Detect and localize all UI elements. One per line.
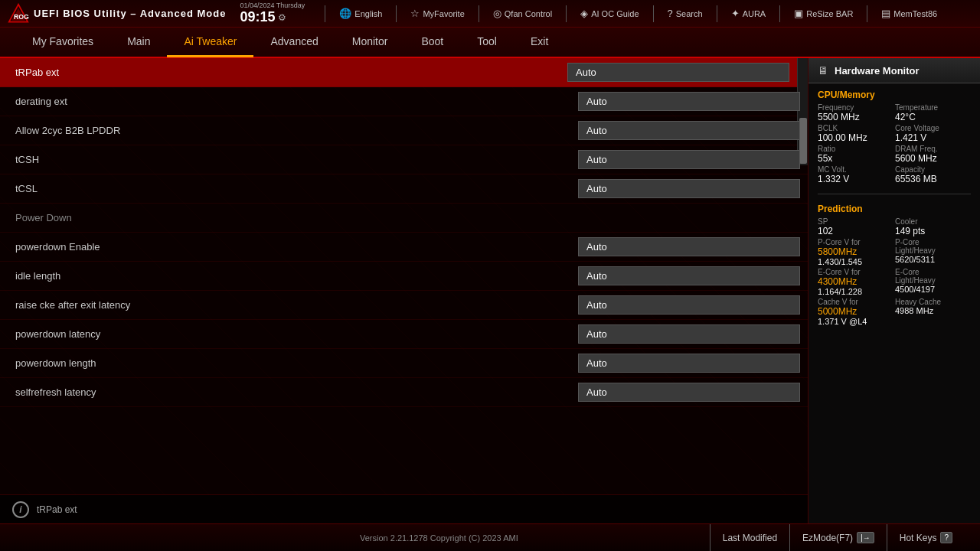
footer-right: Last Modified EzMode(F7) |→ Hot Keys ? bbox=[710, 524, 965, 552]
aioc-menu[interactable]: ◈ AI OC Guide bbox=[576, 6, 643, 21]
value-box-selfrefresh[interactable]: Auto bbox=[578, 383, 800, 402]
table-row[interactable]: powerdown Enable Auto bbox=[0, 233, 808, 262]
hw-item-ecore-v-for: E-Core V for 4300MHz 1.164/1.228 bbox=[818, 268, 893, 296]
nav-main[interactable]: Main bbox=[110, 27, 167, 57]
setting-value-raise-cke: Auto bbox=[578, 295, 808, 315]
settings-gear-icon[interactable]: ⚙ bbox=[278, 12, 286, 23]
nav-bar: My Favorites Main Ai Tweaker Advanced Mo… bbox=[0, 28, 980, 58]
favorite-icon: ☆ bbox=[410, 8, 420, 19]
table-row[interactable]: raise cke after exit latency Auto bbox=[0, 291, 808, 320]
aura-menu[interactable]: ✦ AURA bbox=[727, 6, 771, 21]
setting-label-trpab: tRPab ext bbox=[0, 67, 567, 78]
value-box-raise-cke[interactable]: Auto bbox=[578, 295, 800, 315]
value-box-idle-length[interactable]: Auto bbox=[578, 266, 800, 285]
footer: Version 2.21.1278 Copyright (C) 2023 AMI… bbox=[0, 523, 980, 551]
info-icon: i bbox=[12, 501, 29, 518]
qfan-menu[interactable]: ◎ Qfan Control bbox=[488, 6, 557, 21]
right-panel: 🖥 Hardware Monitor CPU/Memory Frequency … bbox=[808, 58, 980, 523]
time-block: 09:15 ⚙ bbox=[240, 9, 286, 25]
svg-text:ROG: ROG bbox=[14, 13, 29, 21]
time-display: 09:15 bbox=[240, 9, 275, 25]
table-row[interactable]: tCSL Auto bbox=[0, 174, 808, 204]
footer-version: Version 2.21.1278 Copyright (C) 2023 AMI bbox=[360, 533, 518, 543]
table-row[interactable]: Allow 2cyc B2B LPDDR Auto bbox=[0, 116, 808, 145]
left-panel: tRPab ext Auto derating ext Auto bbox=[0, 58, 808, 523]
hw-item-ratio: Ratio 55x bbox=[818, 145, 893, 164]
hw-item-sp: SP 102 bbox=[818, 217, 893, 236]
rog-logo-icon: ROG bbox=[8, 3, 29, 24]
value-box-tcsh[interactable]: Auto bbox=[578, 150, 800, 169]
section-header-powerdown: Power Down bbox=[0, 212, 578, 223]
table-row[interactable]: tRPab ext Auto bbox=[0, 58, 808, 87]
aioc-icon: ◈ bbox=[580, 8, 588, 19]
hw-item-cache-v-for: Cache V for 5000MHz 1.371 V @L4 bbox=[818, 298, 893, 326]
value-box-powerdown-length[interactable]: Auto bbox=[578, 354, 800, 373]
nav-boot[interactable]: Boot bbox=[404, 27, 460, 57]
value-box-powerdown-latency[interactable]: Auto bbox=[578, 324, 800, 344]
nav-aitweaker[interactable]: Ai Tweaker bbox=[167, 27, 253, 57]
hw-item-cooler: Cooler 149 pts bbox=[895, 217, 971, 236]
search-label: Search bbox=[676, 9, 703, 18]
qfan-label: Qfan Control bbox=[505, 9, 552, 18]
table-row[interactable]: powerdown length Auto bbox=[0, 349, 808, 378]
table-row[interactable]: tCSH Auto bbox=[0, 145, 808, 174]
hot-keys-button[interactable]: Hot Keys ? bbox=[887, 524, 965, 552]
nav-exit[interactable]: Exit bbox=[514, 27, 565, 57]
resizebar-icon: ▣ bbox=[794, 8, 803, 19]
value-box-powerdown-enable[interactable]: Auto bbox=[578, 237, 800, 256]
myfavorite-menu[interactable]: ☆ MyFavorite bbox=[406, 6, 469, 21]
setting-label-derating: derating ext bbox=[0, 96, 578, 107]
nav-monitor[interactable]: Monitor bbox=[335, 27, 405, 57]
resizebar-menu[interactable]: ▣ ReSize BAR bbox=[789, 6, 858, 21]
memtest-label: MemTest86 bbox=[893, 9, 937, 18]
hw-divider-1 bbox=[818, 194, 971, 194]
myfavorite-label: MyFavorite bbox=[423, 9, 464, 18]
hot-keys-badge: ? bbox=[940, 532, 952, 543]
hw-section-prediction: Prediction bbox=[808, 197, 980, 217]
hw-item-heavy-cache: Heavy Cache 4988 MHz bbox=[895, 298, 971, 326]
table-row: Power Down bbox=[0, 204, 808, 233]
cpu-memory-grid: Frequency 5500 MHz Temperature 42°C BCLK… bbox=[808, 103, 980, 191]
memtest-menu[interactable]: ▤ MemTest86 bbox=[877, 6, 942, 21]
nav-advanced[interactable]: Advanced bbox=[253, 27, 335, 57]
ezmode-button[interactable]: EzMode(F7) |→ bbox=[789, 524, 887, 552]
search-menu[interactable]: ? Search bbox=[663, 6, 707, 21]
value-box-allow2cyc[interactable]: Auto bbox=[578, 121, 800, 140]
nav-favorites[interactable]: My Favorites bbox=[15, 27, 110, 57]
language-menu[interactable]: 🌐 English bbox=[335, 6, 387, 21]
value-box-trpab[interactable]: Auto bbox=[567, 63, 789, 82]
aura-icon: ✦ bbox=[731, 8, 740, 19]
setting-label-idle-length: idle length bbox=[0, 270, 578, 282]
monitor-icon: 🖥 bbox=[818, 64, 828, 77]
top-bar: ROG UEFI BIOS Utility – Advanced Mode 01… bbox=[0, 0, 980, 28]
date-display: 01/04/2024 Thursday bbox=[240, 2, 305, 9]
hw-monitor-header: 🖥 Hardware Monitor bbox=[808, 58, 980, 83]
setting-label-tcsl: tCSL bbox=[0, 183, 578, 194]
setting-value-idle-length: Auto bbox=[578, 266, 808, 285]
language-icon: 🌐 bbox=[339, 8, 351, 19]
divider-5 bbox=[717, 5, 717, 22]
hw-item-mc-volt: MC Volt. 1.332 V bbox=[818, 165, 893, 184]
table-row[interactable]: selfrefresh latency Auto bbox=[0, 378, 808, 407]
datetime-block: 01/04/2024 Thursday 09:15 ⚙ bbox=[240, 2, 305, 25]
scrollbar[interactable] bbox=[797, 58, 808, 165]
search-icon: ? bbox=[668, 8, 673, 19]
setting-value-tcsl: Auto bbox=[578, 179, 808, 198]
setting-value-powerdown-length: Auto bbox=[578, 354, 808, 373]
last-modified-button[interactable]: Last Modified bbox=[710, 524, 789, 552]
nav-tool[interactable]: Tool bbox=[460, 27, 514, 57]
table-row[interactable]: derating ext Auto bbox=[0, 87, 808, 116]
hw-item-temperature: Temperature 42°C bbox=[895, 103, 971, 122]
divider-1 bbox=[396, 5, 397, 22]
memtest-icon: ▤ bbox=[881, 8, 890, 19]
value-box-tcsl[interactable]: Auto bbox=[578, 179, 800, 198]
table-row[interactable]: idle length Auto bbox=[0, 262, 808, 291]
setting-value-tcsh: Auto bbox=[578, 150, 808, 169]
value-box-derating[interactable]: Auto bbox=[578, 92, 800, 111]
setting-value-derating: Auto bbox=[578, 92, 808, 111]
setting-label-powerdown-length: powerdown length bbox=[0, 357, 578, 369]
language-label: English bbox=[354, 9, 382, 18]
divider-3 bbox=[566, 5, 567, 22]
table-row[interactable]: powerdown latency Auto bbox=[0, 320, 808, 349]
qfan-icon: ◎ bbox=[493, 8, 501, 19]
